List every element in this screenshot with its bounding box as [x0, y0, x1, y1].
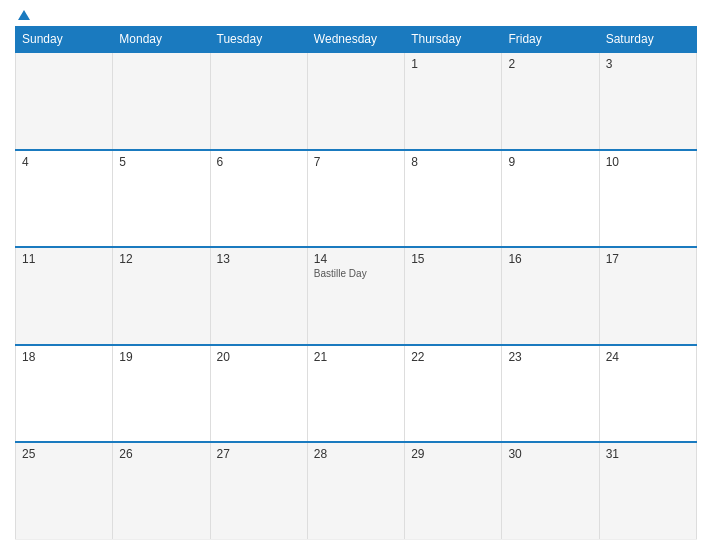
- calendar-cell: 17: [599, 247, 696, 345]
- calendar-cell: 27: [210, 442, 307, 540]
- day-event: Bastille Day: [314, 268, 398, 279]
- day-number: 26: [119, 447, 203, 461]
- day-number: 28: [314, 447, 398, 461]
- calendar-cell: 24: [599, 345, 696, 443]
- col-thursday: Thursday: [405, 27, 502, 53]
- calendar-cell: 20: [210, 345, 307, 443]
- day-number: 2: [508, 57, 592, 71]
- day-number: 1: [411, 57, 495, 71]
- day-number: 29: [411, 447, 495, 461]
- day-number: 30: [508, 447, 592, 461]
- calendar-cell: 12: [113, 247, 210, 345]
- day-number: 31: [606, 447, 690, 461]
- day-number: 23: [508, 350, 592, 364]
- calendar-cell: 13: [210, 247, 307, 345]
- day-number: 24: [606, 350, 690, 364]
- calendar-cell: 4: [16, 150, 113, 248]
- calendar-cell: 10: [599, 150, 696, 248]
- col-friday: Friday: [502, 27, 599, 53]
- calendar-cell: 22: [405, 345, 502, 443]
- calendar-cell: 9: [502, 150, 599, 248]
- day-number: 9: [508, 155, 592, 169]
- day-number: 19: [119, 350, 203, 364]
- calendar-cell: 1: [405, 52, 502, 150]
- calendar-cell: 28: [307, 442, 404, 540]
- logo-blue-text: [15, 10, 30, 20]
- calendar-cell: [113, 52, 210, 150]
- day-number: 3: [606, 57, 690, 71]
- day-number: 22: [411, 350, 495, 364]
- calendar-cell: 15: [405, 247, 502, 345]
- calendar-week-row: 25262728293031: [16, 442, 697, 540]
- logo: [15, 10, 30, 20]
- calendar-cell: 23: [502, 345, 599, 443]
- day-number: 14: [314, 252, 398, 266]
- day-number: 18: [22, 350, 106, 364]
- calendar-cell: 8: [405, 150, 502, 248]
- calendar-week-row: 123: [16, 52, 697, 150]
- calendar-cell: [16, 52, 113, 150]
- calendar-page: Sunday Monday Tuesday Wednesday Thursday…: [0, 0, 712, 550]
- day-number: 7: [314, 155, 398, 169]
- calendar-table: Sunday Monday Tuesday Wednesday Thursday…: [15, 26, 697, 540]
- calendar-week-row: 45678910: [16, 150, 697, 248]
- calendar-cell: 25: [16, 442, 113, 540]
- day-number: 6: [217, 155, 301, 169]
- calendar-cell: 11: [16, 247, 113, 345]
- day-number: 12: [119, 252, 203, 266]
- calendar-cell: 14Bastille Day: [307, 247, 404, 345]
- col-saturday: Saturday: [599, 27, 696, 53]
- col-wednesday: Wednesday: [307, 27, 404, 53]
- calendar-cell: 21: [307, 345, 404, 443]
- day-number: 15: [411, 252, 495, 266]
- calendar-week-row: 18192021222324: [16, 345, 697, 443]
- day-number: 21: [314, 350, 398, 364]
- calendar-cell: 18: [16, 345, 113, 443]
- calendar-cell: 3: [599, 52, 696, 150]
- calendar-cell: 7: [307, 150, 404, 248]
- calendar-cell: 16: [502, 247, 599, 345]
- page-header: [15, 10, 697, 20]
- calendar-cell: 2: [502, 52, 599, 150]
- logo-triangle-icon: [18, 10, 30, 20]
- weekday-header-row: Sunday Monday Tuesday Wednesday Thursday…: [16, 27, 697, 53]
- calendar-cell: 6: [210, 150, 307, 248]
- day-number: 13: [217, 252, 301, 266]
- day-number: 8: [411, 155, 495, 169]
- day-number: 25: [22, 447, 106, 461]
- day-number: 11: [22, 252, 106, 266]
- calendar-cell: 29: [405, 442, 502, 540]
- calendar-cell: 31: [599, 442, 696, 540]
- calendar-cell: [307, 52, 404, 150]
- calendar-cell: 5: [113, 150, 210, 248]
- calendar-cell: 30: [502, 442, 599, 540]
- calendar-cell: 26: [113, 442, 210, 540]
- calendar-week-row: 11121314Bastille Day151617: [16, 247, 697, 345]
- day-number: 5: [119, 155, 203, 169]
- day-number: 20: [217, 350, 301, 364]
- col-monday: Monday: [113, 27, 210, 53]
- col-tuesday: Tuesday: [210, 27, 307, 53]
- day-number: 17: [606, 252, 690, 266]
- calendar-cell: 19: [113, 345, 210, 443]
- calendar-cell: [210, 52, 307, 150]
- day-number: 10: [606, 155, 690, 169]
- day-number: 4: [22, 155, 106, 169]
- day-number: 16: [508, 252, 592, 266]
- col-sunday: Sunday: [16, 27, 113, 53]
- day-number: 27: [217, 447, 301, 461]
